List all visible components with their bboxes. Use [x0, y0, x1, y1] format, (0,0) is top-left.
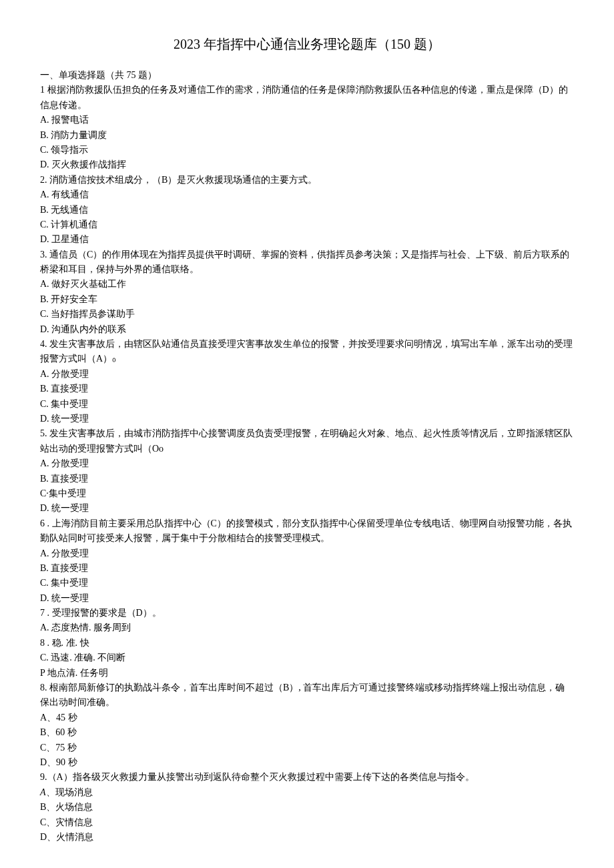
q2-stem: 2. 消防通信按技术组成分，（B）是灭火救援现场通信的主要方式。 — [40, 173, 574, 187]
q7-option-a: A. 态度热情. 服务周到 — [40, 620, 574, 635]
q4-stem: 4. 发生灾害事故后，由辖区队站通信员直接受理灾害事故发生单位的报警，并按受理要… — [40, 337, 574, 367]
q5-option-c: C·集中受理 — [40, 486, 574, 501]
q7-option-d: P 地点清. 任务明 — [40, 666, 574, 681]
q5-option-a: A. 分散受理 — [40, 456, 574, 471]
q9-option-d: D、火情消息 — [40, 830, 574, 845]
q5-stem: 5. 发生灾害事故后，由城市消防指挥中心接警调度员负责受理报警，在明确起火对象、… — [40, 426, 574, 456]
q2-option-c: C. 计算机通信 — [40, 218, 574, 232]
q8-option-c: C、75 秒 — [40, 741, 574, 755]
q4-option-c: C. 集中受理 — [40, 397, 574, 412]
q3-option-c: C. 当好指挥员参谋助手 — [40, 307, 574, 322]
q4-option-d: D. 统一受理 — [40, 412, 574, 426]
q3-option-d: D. 沟通队内外的联系 — [40, 322, 574, 337]
q6-option-a: A. 分散受理 — [40, 546, 574, 561]
q7-stem: 7 . 受理报警的要求是（D）。 — [40, 606, 574, 620]
q6-option-b: B. 直接受理 — [40, 561, 574, 576]
q8-stem: 8. 根南部局新修订的执勤战斗条令，首车出库时间不超过（B）, 首车出库后方可通… — [40, 681, 574, 711]
section-header: 一、单项选择题（共 75 题） — [40, 68, 574, 83]
q3-stem: 3. 通信员（C）的作用体现在为指挥员提供平时调研、掌握的资料，供指挥员参考决策… — [40, 248, 574, 278]
q9-option-a: A、现场消息 — [40, 785, 574, 800]
q9-stem: 9.（A）指各级灭火救援力量从接警出动到返队待命整个灭火救援过程中需要上传下达的… — [40, 770, 574, 785]
q1-option-d: D. 灭火救援作战指挥 — [40, 157, 574, 172]
q7-option-c: C. 迅速. 准确. 不间断 — [40, 650, 574, 665]
q4-option-a: A. 分散受理 — [40, 367, 574, 382]
q2-option-b: B. 无线通信 — [40, 203, 574, 218]
q2-option-a: A. 有线通信 — [40, 187, 574, 202]
q9-option-b: B、火场信息 — [40, 800, 574, 815]
q2-option-d: D. 卫星通信 — [40, 232, 574, 247]
q8-option-a: A、45 秒 — [40, 711, 574, 725]
q8-option-b: B、60 秒 — [40, 725, 574, 740]
page-title: 2023 年指挥中心通信业务理论题库（150 题） — [40, 33, 574, 55]
q1-option-c: C. 领导指示 — [40, 143, 574, 157]
q3-option-b: B. 开好安全车 — [40, 292, 574, 307]
q6-option-c: C. 集中受理 — [40, 576, 574, 590]
q3-option-a: A. 做好灭火基础工作 — [40, 277, 574, 292]
q5-option-d: D. 统一受理 — [40, 501, 574, 516]
q6-option-d: D. 统一受理 — [40, 591, 574, 606]
q9-option-c: C、灾情信息 — [40, 815, 574, 830]
q8-option-d: D、90 秒 — [40, 755, 574, 770]
q5-option-b: B. 直接受理 — [40, 472, 574, 486]
q1-option-b: B. 消防力量调度 — [40, 128, 574, 143]
q1-option-a: A. 报警电话 — [40, 113, 574, 127]
q4-option-b: B. 直接受理 — [40, 382, 574, 396]
q7-option-b: 8 . 稳. 准. 快 — [40, 636, 574, 650]
q9-option-a-prefix: A — [40, 787, 46, 797]
q1-stem: 1 根据消防救援队伍担负的任务及对通信工作的需求，消防通信的任务是保障消防救援队… — [40, 83, 574, 113]
q6-stem: 6 . 上海消防目前主要采用总队指挥中心（C）的接警模式，部分支队指挥中心保留受… — [40, 516, 574, 546]
q9-option-a-rest: 、现场消息 — [46, 787, 93, 797]
